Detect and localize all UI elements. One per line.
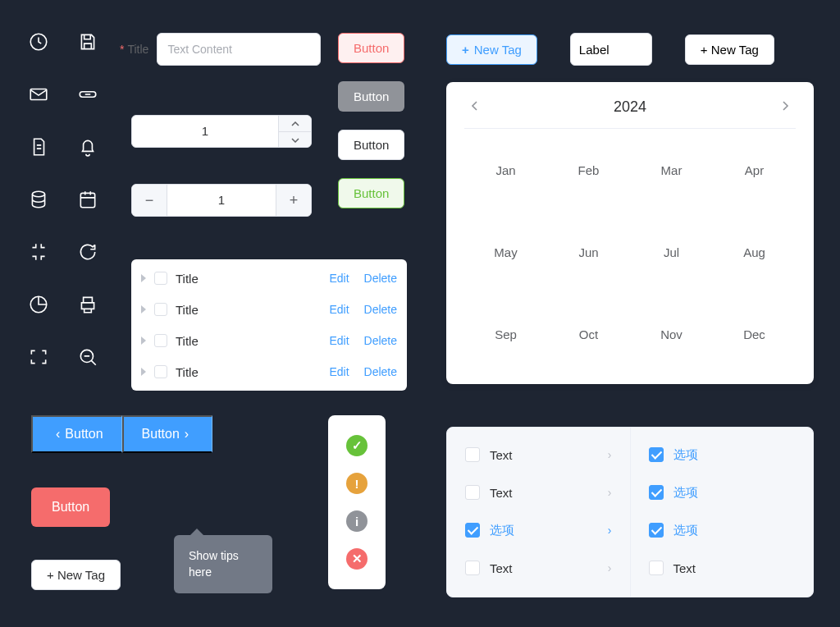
transfer-left-pane: Text› Text› 选项› Text› <box>447 428 630 597</box>
error-icon: ✕ <box>346 548 368 570</box>
label-input[interactable] <box>570 33 652 66</box>
plus-icon: + <box>462 43 469 57</box>
month-cell[interactable]: Jun <box>547 211 630 293</box>
transfer-panel: Text› Text› 选项› Text› 选项 选项 选项 Text <box>446 427 814 597</box>
tree-edit-link[interactable]: Edit <box>329 303 349 316</box>
transfer-item-label: Text <box>490 486 598 500</box>
tree-delete-link[interactable]: Delete <box>364 365 397 378</box>
number-increase-button[interactable] <box>279 116 311 131</box>
tree-delete-link[interactable]: Delete <box>364 334 397 347</box>
month-cell[interactable]: Aug <box>713 211 796 293</box>
fullscreen-icon <box>28 346 49 368</box>
save-icon <box>77 31 98 53</box>
transfer-item[interactable]: 选项 <box>631 511 814 549</box>
tree-edit-link[interactable]: Edit <box>329 365 349 378</box>
caret-right-icon[interactable] <box>141 274 146 282</box>
checkbox[interactable] <box>154 303 167 316</box>
month-cell[interactable]: Oct <box>547 293 630 375</box>
button-danger-outline[interactable]: Button <box>338 33 404 63</box>
transfer-item[interactable]: Text› <box>447 436 630 474</box>
button-plain[interactable]: Button <box>338 130 404 160</box>
tree-edit-link[interactable]: Edit <box>329 334 349 347</box>
checkbox[interactable] <box>649 485 664 500</box>
month-cell[interactable]: Jul <box>630 211 713 293</box>
checkbox[interactable] <box>465 561 480 575</box>
month-cell[interactable]: Jan <box>464 129 547 211</box>
month-cell[interactable]: Dec <box>713 293 796 375</box>
success-icon: ✓ <box>346 435 368 456</box>
document-icon <box>28 136 49 158</box>
caret-right-icon[interactable] <box>141 305 146 314</box>
tree-row[interactable]: Title Edit Delete <box>131 325 407 356</box>
button-next[interactable]: Button› <box>122 415 213 453</box>
caret-right-icon[interactable] <box>141 368 146 376</box>
tree-delete-link[interactable]: Delete <box>364 303 397 316</box>
transfer-item-label: 选项 <box>673 523 796 538</box>
tree-row-label: Title <box>176 334 321 348</box>
printer-icon <box>77 294 98 315</box>
button-group: ‹Button Button› <box>31 415 212 453</box>
tree-row-label: Title <box>176 365 321 379</box>
checkbox[interactable] <box>154 272 167 285</box>
month-cell[interactable]: Mar <box>630 129 713 211</box>
month-cell[interactable]: Nov <box>630 293 713 375</box>
number-minus-button[interactable]: − <box>132 185 167 216</box>
transfer-item-label: 选项 <box>490 523 598 538</box>
tree-delete-link[interactable]: Delete <box>364 272 397 285</box>
info-icon: i <box>346 510 368 532</box>
transfer-item[interactable]: Text <box>631 549 814 587</box>
svg-rect-1 <box>30 89 47 100</box>
checkbox[interactable] <box>465 485 480 500</box>
tree-row[interactable]: Title Edit Delete <box>131 356 407 387</box>
calendar-prev-button[interactable] <box>464 97 486 117</box>
number-input-stacked[interactable]: 1 <box>131 115 312 148</box>
tooltip: Show tips here <box>174 535 272 593</box>
new-tag-bottom-button[interactable]: + New Tag <box>31 560 121 590</box>
chevron-right-icon: › <box>185 427 189 441</box>
number-input-side[interactable]: − 1 + <box>131 184 312 217</box>
tree-row[interactable]: Title Edit Delete <box>131 294 407 325</box>
button-info-solid[interactable]: Button <box>338 81 404 112</box>
checkbox[interactable] <box>154 365 167 378</box>
transfer-item-label: 选项 <box>673 485 796 501</box>
number-decrease-button[interactable] <box>279 131 311 148</box>
title-label: Title <box>120 43 148 56</box>
calendar-month-grid: Jan Feb Mar Apr May Jun Jul Aug Sep Oct … <box>464 129 796 375</box>
svg-rect-4 <box>80 193 94 207</box>
chevron-right-icon: › <box>608 486 612 499</box>
transfer-item[interactable]: 选项 <box>631 474 814 511</box>
refresh-icon <box>77 241 98 263</box>
checkbox[interactable] <box>649 561 664 575</box>
checkbox[interactable] <box>154 334 167 347</box>
calendar-next-button[interactable] <box>774 97 796 117</box>
tree-edit-link[interactable]: Edit <box>329 272 349 285</box>
month-cell[interactable]: Feb <box>547 129 630 211</box>
button-danger-solid[interactable]: Button <box>31 487 110 527</box>
chevron-right-icon: › <box>608 561 612 574</box>
new-tag-plain-button[interactable]: + New Tag <box>685 34 774 65</box>
month-picker: 2024 Jan Feb Mar Apr May Jun Jul Aug Sep… <box>446 82 814 384</box>
new-tag-primary-button[interactable]: +New Tag <box>446 34 537 65</box>
month-cell[interactable]: Apr <box>713 129 796 211</box>
text-content-input[interactable] <box>157 33 321 66</box>
transfer-item[interactable]: Text› <box>447 549 630 587</box>
checkbox[interactable] <box>649 523 664 538</box>
database-icon <box>28 189 49 210</box>
caret-right-icon[interactable] <box>141 336 146 345</box>
checkbox[interactable] <box>649 447 664 462</box>
calendar-year-label: 2024 <box>614 98 646 116</box>
clock-icon <box>28 31 49 53</box>
button-success-outline[interactable]: Button <box>338 178 404 208</box>
month-cell[interactable]: Sep <box>464 293 547 375</box>
transfer-item[interactable]: Text› <box>447 474 630 511</box>
month-cell[interactable]: May <box>464 211 547 293</box>
number-plus-button[interactable]: + <box>276 185 311 216</box>
checkbox[interactable] <box>465 523 480 538</box>
link-icon <box>77 84 98 105</box>
tree-row[interactable]: Title Edit Delete <box>131 263 407 294</box>
checkbox[interactable] <box>465 447 480 462</box>
transfer-item[interactable]: 选项› <box>447 511 630 549</box>
button-prev[interactable]: ‹Button <box>31 415 122 453</box>
chevron-left-icon: ‹ <box>56 427 60 441</box>
transfer-item[interactable]: 选项 <box>631 436 814 474</box>
